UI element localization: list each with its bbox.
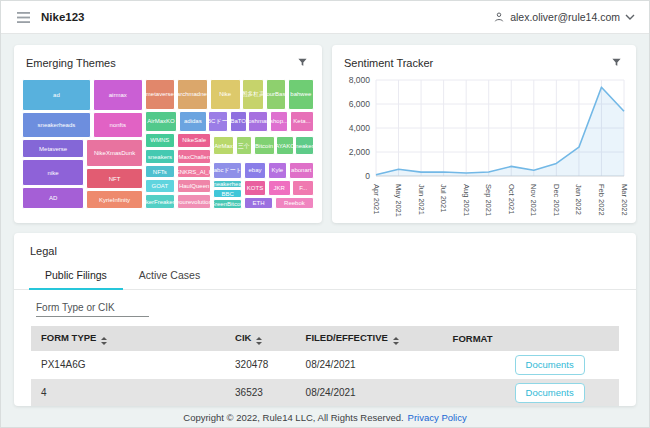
treemap-tile[interactable]: NikeSale [177, 133, 211, 149]
x-tick-label: Aug 2021 [462, 184, 471, 216]
y-tick-label: 6,000 [349, 99, 371, 109]
sort-icon [256, 337, 262, 345]
treemap-tile[interactable]: AirMaxChallenge [177, 149, 211, 164]
treemap-tile[interactable]: sneakerheads [22, 112, 91, 138]
form-type-cik-input[interactable] [36, 300, 149, 317]
column-header-filed-effective[interactable]: FILED/EFFECTIVE [296, 326, 443, 351]
x-tick-label: Jan 2022 [574, 184, 583, 215]
treemap-tile[interactable]: Reebok [275, 197, 314, 209]
treemap-tile[interactable]: nike [22, 159, 84, 186]
sentiment-tracker-title: Sentiment Tracker [344, 57, 433, 69]
documents-button[interactable]: Documents [515, 355, 585, 375]
x-tick-label: Dec 2021 [552, 184, 561, 216]
treemap-tile[interactable]: ebay [244, 162, 266, 180]
treemap-tile[interactable]: shop... [270, 111, 289, 132]
user-icon [493, 11, 505, 23]
treemap-tile[interactable]: metaverse [145, 79, 175, 110]
treemap-tile[interactable]: Metaverse [22, 139, 84, 158]
filter-icon[interactable] [295, 55, 310, 70]
treemap-tile[interactable]: adidas [179, 111, 206, 132]
sentiment-chart: 02,0004,0006,0008,000Apr 2021May 2021Jun… [340, 74, 628, 220]
table-cell: 08/24/2021 [296, 351, 443, 379]
page-footer: Copyright © 2022, Rule14 LLC, All Rights… [1, 406, 649, 428]
sort-icon [101, 337, 107, 345]
treemap-tile[interactable]: WMNS [145, 133, 175, 149]
y-tick-label: 8,000 [349, 75, 371, 85]
treemap-tile[interactable]: SneakerFreakerFans [145, 194, 175, 209]
column-header-form-type[interactable]: FORM TYPE [31, 326, 225, 351]
treemap-tile[interactable]: GOAT [145, 179, 175, 193]
table-row: PX14A6G32047808/24/2021Documents [31, 351, 619, 379]
x-tick-label: May 2021 [394, 184, 403, 217]
menu-icon[interactable] [15, 10, 32, 25]
treemap-tile[interactable]: Bitcoin [254, 136, 275, 155]
treemap-tile[interactable]: NFT [86, 168, 143, 189]
treemap-tile[interactable]: AYAKO [276, 136, 294, 155]
sort-icon [393, 337, 399, 345]
treemap-tile[interactable]: NBCドート [208, 111, 228, 132]
treemap-tile[interactable]: AirMaxKO [145, 111, 178, 132]
filter-icon[interactable] [609, 55, 624, 70]
table-cell: PX14A6G [31, 351, 225, 379]
treemap-tile[interactable]: abcドート [213, 162, 242, 180]
x-tick-label: Oct 2021 [507, 184, 516, 214]
emerging-themes-title: Emerging Themes [26, 57, 116, 69]
column-header-cik[interactable]: CIK [225, 326, 296, 351]
treemap-tile[interactable]: NFTs [145, 165, 175, 178]
treemap-tile[interactable]: ETH [244, 197, 273, 209]
table-row: 43652308/24/2021Documents [31, 379, 619, 407]
filings-table-body: PX14A6G32047808/24/2021Documents43652308… [31, 351, 619, 407]
brand-title: Nike123 [41, 11, 84, 23]
table-cell: 320478 [225, 351, 296, 379]
treemap-tile[interactable]: BBC [213, 189, 242, 198]
treemap-tile[interactable]: poshmark [248, 111, 268, 132]
treemap-tile[interactable]: Sneakerly [295, 136, 314, 155]
x-tick-label: Mar 2022 [620, 184, 629, 216]
legal-tabs: Public FilingsActive Cases [14, 266, 636, 290]
treemap-tile[interactable]: 三个 [236, 136, 252, 155]
treemap-tile[interactable]: abonart [289, 162, 314, 180]
treemap-tile[interactable]: JKR [268, 180, 291, 196]
treemap-tile[interactable]: GreenBitcoin [213, 199, 242, 209]
themes-treemap: adairmaxmetaversemarchmadnessNike图多杠高You… [22, 79, 314, 209]
filings-table-head: FORM TYPECIKFILED/EFFECTIVEFORMAT [31, 326, 619, 351]
x-tick-label: Nov 2021 [529, 184, 538, 216]
treemap-tile[interactable]: yourevolution [177, 194, 211, 209]
privacy-policy-link[interactable]: Privacy Policy [408, 412, 467, 423]
treemap-tile[interactable]: Nike [210, 79, 241, 110]
user-menu[interactable]: alex.oliver@rule14.com [493, 11, 635, 23]
treemap-tile[interactable]: SNKRS_AI_K [177, 165, 211, 178]
treemap-tile[interactable]: F... [292, 180, 314, 196]
tab-public-filings[interactable]: Public Filings [29, 266, 123, 289]
treemap-tile[interactable]: airmax [93, 79, 143, 111]
treemap-tile[interactable]: bahwee [288, 79, 314, 110]
treemap-tile[interactable]: 图多杠高 [242, 79, 264, 110]
copyright-text: Copyright © 2022, Rule14 LLC, All Rights… [183, 412, 403, 423]
treemap-tile[interactable]: Kyle [268, 162, 287, 180]
treemap-tile[interactable]: KOTS [244, 180, 266, 196]
treemap-tile[interactable]: nonfts [93, 112, 143, 138]
table-cell: 36523 [225, 379, 296, 407]
emerging-themes-card: Emerging Themes adairmaxmetaversemarchma… [14, 45, 322, 223]
column-header-format: FORMAT [443, 326, 619, 351]
treemap-tile[interactable]: AD [22, 187, 84, 209]
treemap-tile[interactable]: sneakerhead [213, 180, 242, 188]
treemap-tile[interactable]: marchmadness [177, 79, 208, 110]
y-tick-label: 2,000 [349, 147, 371, 157]
treemap-tile[interactable]: BaTO [230, 111, 247, 132]
treemap-tile[interactable]: YourBase [266, 79, 286, 110]
treemap-tile[interactable]: KyrieInfinity [86, 190, 143, 209]
x-tick-label: Jul 2021 [439, 184, 448, 212]
treemap-tile[interactable]: ad [22, 79, 91, 111]
tab-active-cases[interactable]: Active Cases [123, 266, 216, 289]
treemap-tile[interactable]: sneakers [145, 149, 175, 164]
treemap-tile[interactable]: NikeXmasDunk [86, 139, 143, 167]
user-email: alex.oliver@rule14.com [510, 11, 620, 23]
topbar: Nike123 alex.oliver@rule14.com [1, 1, 649, 34]
treemap-tile[interactable]: AirMax [213, 136, 233, 155]
main-content: Emerging Themes adairmaxmetaversemarchma… [1, 34, 649, 406]
y-tick-label: 0 [365, 171, 370, 181]
documents-button[interactable]: Documents [515, 383, 585, 403]
treemap-tile[interactable]: Keta... [290, 111, 314, 132]
treemap-tile[interactable]: HaulQueen [177, 179, 211, 193]
